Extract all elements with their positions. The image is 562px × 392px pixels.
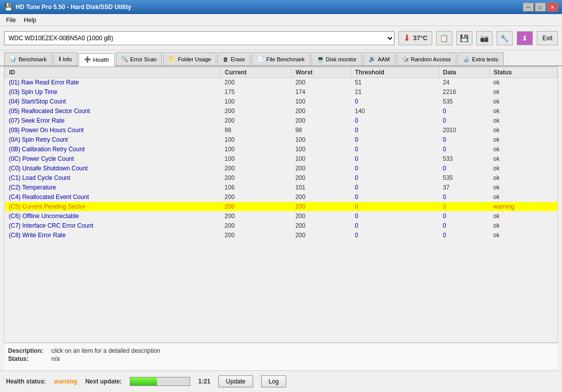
cell-current: 100: [220, 135, 291, 145]
cell-id: (03) Spin Up Time: [5, 87, 221, 97]
cell-status: ok: [489, 173, 557, 183]
table-row[interactable]: (C1) Load Cycle Count2002000535ok: [5, 173, 557, 183]
tab-random-access[interactable]: 🎲 Random Access: [396, 52, 456, 65]
cell-current: 106: [220, 183, 291, 192]
table-row[interactable]: (C4) Reallocated Event Count20020000ok: [5, 192, 557, 202]
maximize-button[interactable]: □: [535, 3, 546, 12]
cell-worst: 200: [291, 78, 351, 87]
table-row[interactable]: (03) Spin Up Time175174212216ok: [5, 87, 557, 97]
cell-threshold: 51: [351, 78, 439, 87]
tab-benchmark[interactable]: 📊 Benchmark: [4, 52, 52, 65]
cell-status: ok: [489, 221, 557, 231]
tab-disk-monitor[interactable]: 💻 Disk monitor: [311, 52, 362, 65]
col-header-id: ID: [5, 67, 221, 78]
cell-id: (C8) Write Error Rate: [5, 231, 221, 240]
cell-threshold: 0: [351, 164, 439, 173]
cell-data: 533: [439, 154, 489, 164]
update-button[interactable]: Update: [218, 375, 253, 387]
cell-worst: 101: [291, 183, 351, 192]
thermometer-icon: 🌡: [403, 34, 411, 43]
cell-threshold: 0: [351, 173, 439, 183]
cell-worst: 200: [291, 202, 351, 212]
cell-threshold: 21: [351, 87, 439, 97]
cell-data: 0: [439, 212, 489, 221]
cell-worst: 200: [291, 116, 351, 126]
table-row[interactable]: (C5) Current Pending Sector20020003warni…: [5, 202, 557, 212]
tab-health[interactable]: ➕ Health: [78, 53, 115, 66]
cell-status: ok: [489, 145, 557, 154]
cell-current: 200: [220, 202, 291, 212]
cell-status: ok: [489, 183, 557, 192]
settings-button[interactable]: 🔧: [497, 31, 513, 45]
download-button[interactable]: ⬇: [517, 31, 533, 45]
menu-bar: File Help: [0, 14, 562, 26]
table-row[interactable]: (C7) Interface CRC Error Count20020000ok: [5, 221, 557, 231]
cell-status: ok: [489, 231, 557, 240]
table-row[interactable]: (0B) Calibration Retry Count10010000ok: [5, 145, 557, 154]
cell-threshold: 0: [351, 212, 439, 221]
health-table-container[interactable]: ID Current Worst Threshold Data Status (…: [4, 66, 558, 343]
tab-aam[interactable]: 🔊 AAM: [363, 52, 395, 65]
cell-threshold: 0: [351, 97, 439, 107]
cell-data: 37: [439, 183, 489, 192]
cell-status: warning: [489, 202, 557, 212]
description-area: Description: click on an item for a deta…: [4, 343, 558, 370]
tab-error-scan[interactable]: 🔍 Error Scan: [116, 52, 163, 65]
tab-folder-usage[interactable]: 📁 Folder Usage: [163, 52, 216, 65]
cell-data: 535: [439, 173, 489, 183]
log-button[interactable]: Log: [261, 375, 286, 387]
exit-button[interactable]: Exit: [537, 31, 558, 45]
table-row[interactable]: (0A) Spin Retry Count10010000ok: [5, 135, 557, 145]
cell-data: 0: [439, 116, 489, 126]
cell-status: ok: [489, 97, 557, 107]
tab-erase[interactable]: 🗑 Erase: [217, 52, 251, 65]
cell-id: (0C) Power Cycle Count: [5, 154, 221, 164]
table-row[interactable]: (C2) Temperature106101037ok: [5, 183, 557, 192]
cell-current: 100: [220, 154, 291, 164]
cell-id: (0A) Spin Retry Count: [5, 135, 221, 145]
random-access-icon: 🎲: [402, 56, 409, 62]
minimize-button[interactable]: ─: [523, 3, 534, 12]
cell-status: ok: [489, 192, 557, 202]
description-value: click on an item for a detailed descript…: [51, 347, 160, 354]
cell-id: (04) Start/Stop Count: [5, 97, 221, 107]
cell-status: ok: [489, 107, 557, 116]
cell-data: 535: [439, 97, 489, 107]
tab-file-benchmark[interactable]: 📄 File Benchmark: [252, 52, 310, 65]
table-row[interactable]: (C0) Unsafe Shutdown Count20020000ok: [5, 164, 557, 173]
cell-current: 100: [220, 97, 291, 107]
table-row[interactable]: (05) Reallocated Sector Count2002001400o…: [5, 107, 557, 116]
col-header-status: Status: [489, 67, 557, 78]
disk-selector[interactable]: WDC WD10EZEX-00BN5A0 (1000 gB): [4, 31, 394, 45]
cell-status: ok: [489, 135, 557, 145]
tab-info[interactable]: ℹ Info: [53, 52, 77, 65]
cell-worst: 200: [291, 192, 351, 202]
copy-button[interactable]: 📋: [436, 31, 452, 45]
table-row[interactable]: (04) Start/Stop Count1001000535ok: [5, 97, 557, 107]
screenshot-button[interactable]: 📷: [476, 31, 493, 45]
menu-file[interactable]: File: [2, 16, 20, 25]
toolbar: WDC WD10EZEX-00BN5A0 (1000 gB) 🌡 37°C 📋 …: [0, 26, 562, 50]
tab-bar: 📊 Benchmark ℹ Info ➕ Health 🔍 Error Scan…: [0, 50, 562, 66]
table-row[interactable]: (07) Seek Error Rate20020000ok: [5, 116, 557, 126]
cell-current: 200: [220, 78, 291, 87]
cell-id: (C4) Reallocated Event Count: [5, 192, 221, 202]
menu-help[interactable]: Help: [20, 16, 40, 25]
cell-threshold: 0: [351, 154, 439, 164]
cell-status: ok: [489, 164, 557, 173]
health-status-label: Health status:: [6, 378, 46, 385]
table-row[interactable]: (C8) Write Error Rate20020000ok: [5, 231, 557, 240]
cell-id: (C7) Interface CRC Error Count: [5, 221, 221, 231]
table-row[interactable]: (09) Power On Hours Count989802010ok: [5, 126, 557, 135]
health-status-value: warning: [54, 378, 77, 385]
table-row[interactable]: (C6) Offline Uncorrectable20020000ok: [5, 212, 557, 221]
table-row[interactable]: (0C) Power Cycle Count1001000533ok: [5, 154, 557, 164]
save-button[interactable]: 💾: [456, 31, 472, 45]
cell-id: (07) Seek Error Rate: [5, 116, 221, 126]
title-bar-text: HD Tune Pro 5.50 - Hard Disk/SSD Utility: [16, 4, 131, 11]
close-button[interactable]: ✕: [547, 3, 558, 12]
table-row[interactable]: (01) Raw Read Error Rate2002005124ok: [5, 78, 557, 87]
tab-extra-tests[interactable]: 🔬 Extra tests: [457, 52, 504, 65]
cell-current: 175: [220, 87, 291, 97]
cell-id: (09) Power On Hours Count: [5, 126, 221, 135]
